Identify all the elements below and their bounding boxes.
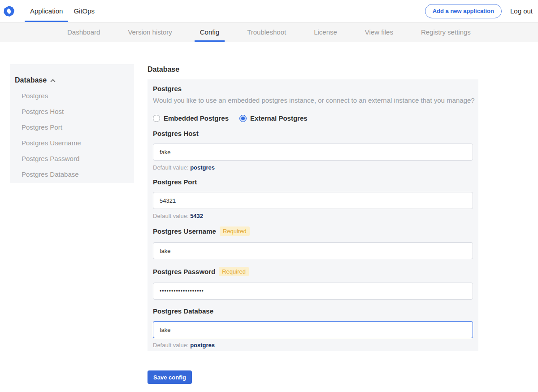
sidebar-group-database[interactable]: Database <box>15 76 134 84</box>
header-right: Add a new application Log out <box>425 0 538 22</box>
save-config-button[interactable]: Save config <box>148 370 192 384</box>
tab-application-label: Application <box>30 7 63 15</box>
tab-gitops[interactable]: GitOps <box>68 0 100 22</box>
config-main: Database Postgres Would you like to use … <box>148 64 478 384</box>
field-label: Postgres Password <box>153 268 215 275</box>
field-label: Postgres Username <box>153 227 216 235</box>
top-tabs: Application GitOps <box>25 0 100 22</box>
config-panel: Postgres Would you like to use an embedd… <box>148 79 478 351</box>
chevron-up-icon <box>50 79 56 83</box>
default-label: Default value: <box>153 342 189 348</box>
field-label: Postgres Port <box>153 178 197 186</box>
default-value-line: Default value: 5432 <box>153 213 473 219</box>
default-value: postgres <box>190 164 215 171</box>
subnav-version-history[interactable]: Version history <box>122 22 177 42</box>
field-postgres-database: Postgres Database Default value: postgre… <box>153 307 473 348</box>
field-postgres-host: Postgres Host Default value: postgres <box>153 130 473 170</box>
default-value-line: Default value: postgres <box>153 342 473 348</box>
app-subnav: Dashboard Version history Config Trouble… <box>0 22 538 42</box>
sidebar-item-postgres-username[interactable]: Postgres Username <box>15 135 134 151</box>
config-sidebar: Database Postgres Postgres Host Postgres… <box>10 64 134 183</box>
postgres-host-input[interactable] <box>153 144 473 161</box>
default-value: 5432 <box>190 213 203 219</box>
sidebar-item-postgres-port[interactable]: Postgres Port <box>15 119 134 135</box>
subnav-troubleshoot[interactable]: Troubleshoot <box>242 22 291 42</box>
field-label: Postgres Database <box>153 307 213 315</box>
add-new-application-button[interactable]: Add a new application <box>425 4 502 18</box>
field-label: Postgres Host <box>153 130 199 137</box>
field-postgres-username: Postgres Username Required <box>153 226 473 259</box>
radio-embedded-postgres-label: Embedded Postgres <box>164 114 229 122</box>
tab-gitops-label: GitOps <box>74 7 95 15</box>
page-title: Database <box>148 65 478 74</box>
config-group-label: Postgres <box>153 85 473 92</box>
radio-embedded-postgres[interactable]: Embedded Postgres <box>153 114 229 122</box>
radio-selected-icon[interactable] <box>239 115 247 122</box>
required-badge: Required <box>220 226 250 236</box>
default-label: Default value: <box>153 213 189 219</box>
sidebar-item-postgres-database[interactable]: Postgres Database <box>15 166 134 182</box>
tab-application[interactable]: Application <box>25 0 68 22</box>
default-value-line: Default value: postgres <box>153 165 473 170</box>
radio-external-postgres-label: External Postgres <box>250 114 308 122</box>
default-value: postgres <box>190 342 215 348</box>
subnav-config[interactable]: Config <box>195 22 225 42</box>
logout-link[interactable]: Log out <box>510 7 533 15</box>
postgres-database-input[interactable] <box>153 321 473 338</box>
postgres-port-input[interactable] <box>153 192 473 209</box>
field-postgres-port: Postgres Port Default value: 5432 <box>153 178 473 219</box>
field-postgres-password: Postgres Password Required <box>153 267 473 300</box>
postgres-username-input[interactable] <box>153 242 473 259</box>
subnav-registry-settings[interactable]: Registry settings <box>416 22 476 42</box>
default-label: Default value: <box>153 164 189 171</box>
sidebar-group-label: Database <box>15 76 47 84</box>
subnav-dashboard[interactable]: Dashboard <box>62 22 105 42</box>
sidebar-item-postgres-password[interactable]: Postgres Password <box>15 151 134 166</box>
radio-external-postgres[interactable]: External Postgres <box>239 114 308 122</box>
config-help-text: Would you like to use an embedded postgr… <box>153 96 473 105</box>
subnav-license[interactable]: License <box>308 22 343 42</box>
radio-unselected-icon[interactable] <box>153 115 160 122</box>
sidebar-items: Postgres Postgres Host Postgres Port Pos… <box>15 88 134 182</box>
sidebar-item-postgres[interactable]: Postgres <box>15 88 134 104</box>
top-header: Application GitOps Add a new application… <box>0 0 538 22</box>
replicated-logo-icon[interactable] <box>4 6 14 17</box>
sidebar-item-postgres-host[interactable]: Postgres Host <box>15 104 134 119</box>
postgres-password-input[interactable] <box>153 283 473 300</box>
postgres-radio-group: Embedded Postgres External Postgres <box>153 114 473 122</box>
subnav-view-files[interactable]: View files <box>360 22 399 42</box>
required-badge: Required <box>219 267 249 276</box>
